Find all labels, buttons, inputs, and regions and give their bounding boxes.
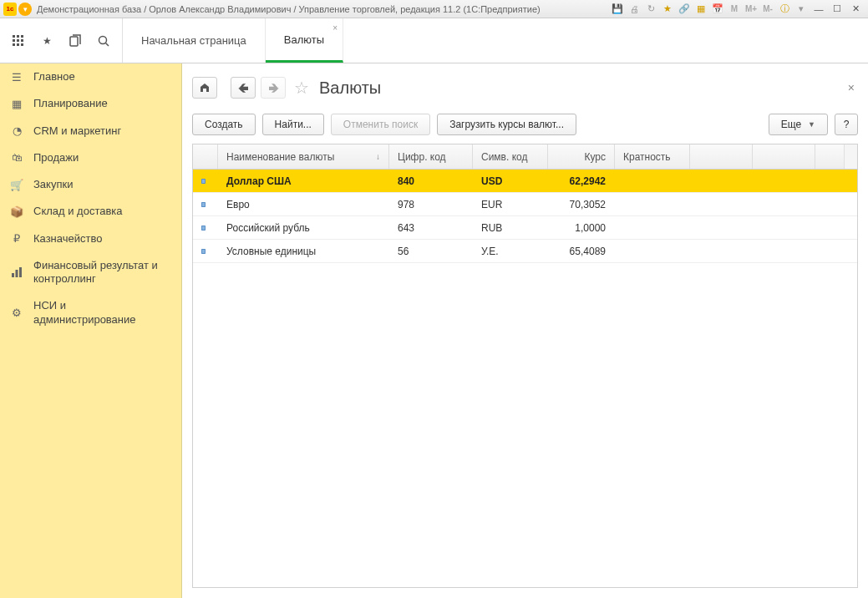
svg-rect-5 [21, 39, 23, 42]
calendar-icon: ▦ [10, 97, 23, 110]
save-icon[interactable]: 💾 [610, 3, 625, 16]
cell-symbol: RUB [473, 222, 548, 234]
sidebar-item-warehouse[interactable]: 📦 Склад и доставка [0, 198, 181, 225]
info-dropdown-icon[interactable]: ▾ [794, 3, 809, 16]
tab-home[interactable]: Начальная страница [123, 18, 266, 63]
cell-code: 56 [389, 246, 473, 257]
cancel-search-button: Отменить поиск [331, 114, 430, 135]
box-icon: 📦 [10, 205, 23, 218]
col-mult-label: Кратность [623, 151, 671, 163]
action-bar: Создать Найти... Отменить поиск Загрузит… [192, 110, 858, 144]
history-icon[interactable] [62, 28, 89, 54]
cancel-search-label: Отменить поиск [343, 119, 418, 130]
print-icon[interactable]: 🖨 [627, 3, 642, 16]
help-button[interactable]: ? [835, 114, 858, 135]
table-row[interactable]: Евро 978 EUR 70,3052 [193, 193, 857, 216]
link-icon[interactable]: 🔗 [677, 3, 692, 16]
m-plus-icon[interactable]: M+ [744, 3, 759, 16]
cell-rate: 70,3052 [548, 199, 615, 210]
sidebar-item-purchases[interactable]: 🛒 Закупки [0, 171, 181, 198]
svg-rect-12 [12, 273, 14, 277]
minimize-icon[interactable]: — [810, 3, 828, 16]
favorite-star-icon[interactable]: ☆ [294, 78, 309, 98]
sidebar-item-finance[interactable]: Финансовый результат и контроллинг [0, 252, 181, 293]
col-symbol-label: Симв. код [481, 151, 527, 163]
help-label: ? [844, 119, 850, 130]
table-header: Наименование валюты ↓ Цифр. код Симв. ко… [193, 144, 857, 170]
svg-line-11 [106, 43, 109, 46]
sidebar-item-sales[interactable]: 🛍 Продажи [0, 144, 181, 171]
find-button[interactable]: Найти... [262, 114, 324, 135]
sidebar-item-label: Планирование [33, 97, 108, 110]
more-label: Еще [781, 119, 801, 130]
apps-icon[interactable] [5, 28, 32, 54]
row-icon-cell [193, 226, 218, 231]
svg-rect-7 [17, 43, 19, 46]
sidebar-item-crm[interactable]: ◔ CRM и маркетинг [0, 118, 181, 144]
col-extra2-header[interactable] [753, 144, 815, 169]
col-extra1-header[interactable] [690, 144, 753, 169]
cell-symbol: EUR [473, 199, 548, 210]
find-label: Найти... [275, 119, 312, 130]
svg-rect-4 [17, 39, 19, 42]
more-button[interactable]: Еще▼ [769, 114, 828, 135]
tab-close-icon[interactable]: × [332, 23, 338, 33]
tab-currencies[interactable]: Валюты × [266, 18, 343, 63]
cell-code: 840 [389, 175, 473, 187]
calc-icon[interactable]: ▦ [693, 3, 708, 16]
forward-button[interactable]: 🡺 [261, 77, 286, 99]
page-header: 🡸 🡺 ☆ Валюты × [192, 72, 858, 110]
m-minus-icon[interactable]: M- [760, 3, 775, 16]
refresh-icon[interactable]: ↻ [643, 3, 658, 16]
cell-name: Российский рубль [218, 222, 389, 234]
search-icon[interactable] [90, 28, 117, 54]
row-icon-cell [193, 202, 218, 207]
col-code-header[interactable]: Цифр. код [389, 144, 473, 169]
info-icon[interactable]: ⓘ [777, 3, 792, 16]
app-menu-icon[interactable]: ▾ [18, 3, 32, 16]
cell-symbol: USD [473, 175, 548, 187]
col-rate-header[interactable]: Курс [548, 144, 615, 169]
tab-home-label: Начальная страница [141, 34, 246, 47]
table-row[interactable]: Российский рубль 643 RUB 1,0000 [193, 216, 857, 240]
tab-currencies-label: Валюты [284, 33, 324, 46]
col-icon-header[interactable] [193, 144, 218, 169]
table-row[interactable]: Доллар США 840 USD 62,2942 [193, 170, 857, 193]
load-rates-button[interactable]: Загрузить курсы валют... [437, 114, 576, 135]
sidebar-item-main[interactable]: ☰ Главное [0, 63, 181, 90]
page-close-icon[interactable]: × [845, 78, 858, 98]
window-title: Демонстрационная база / Орлов Александр … [37, 4, 541, 14]
m-icon[interactable]: M [727, 3, 742, 16]
back-button[interactable]: 🡸 [231, 77, 256, 99]
col-name-header[interactable]: Наименование валюты ↓ [218, 144, 389, 169]
scrollbar[interactable] [844, 144, 857, 169]
svg-rect-14 [19, 267, 22, 277]
chart-icon [10, 266, 23, 279]
create-button[interactable]: Создать [192, 114, 256, 135]
col-extra3-header[interactable] [815, 144, 844, 169]
sidebar-item-label: Склад и доставка [33, 205, 123, 218]
maximize-icon[interactable]: ☐ [828, 3, 846, 16]
gear-icon: ⚙ [10, 307, 23, 320]
table-row[interactable]: Условные единицы 56 У.Е. 65,4089 [193, 240, 857, 263]
calendar-icon[interactable]: 📅 [710, 3, 725, 16]
col-mult-header[interactable]: Кратность [615, 144, 690, 169]
chevron-down-icon: ▼ [808, 120, 815, 129]
sidebar-item-admin[interactable]: ⚙ НСИ и администрирование [0, 292, 181, 333]
sidebar-item-planning[interactable]: ▦ Планирование [0, 90, 181, 117]
sidebar-item-treasury[interactable]: ₽ Казначейство [0, 226, 181, 252]
col-code-label: Цифр. код [398, 151, 446, 163]
cart-icon: 🛒 [10, 178, 23, 191]
svg-rect-0 [13, 35, 15, 38]
sidebar-item-label: Казначейство [33, 232, 102, 246]
star-icon[interactable]: ★ [660, 3, 675, 16]
close-window-icon[interactable]: ✕ [846, 3, 865, 16]
load-rates-label: Загрузить курсы валют... [449, 119, 564, 130]
cell-symbol: У.Е. [473, 246, 548, 257]
favorite-icon[interactable]: ★ [33, 28, 60, 54]
svg-rect-13 [16, 270, 18, 277]
col-name-label: Наименование валюты [226, 151, 334, 163]
sidebar-item-label: CRM и маркетинг [33, 124, 121, 138]
home-button[interactable] [192, 77, 217, 99]
col-symbol-header[interactable]: Симв. код [473, 144, 548, 169]
